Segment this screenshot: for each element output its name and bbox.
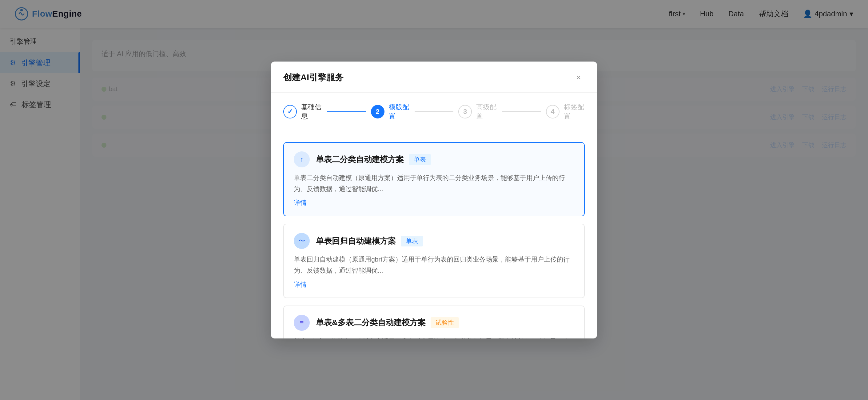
card-desc-1: 单表二分类自动建模（原通用方案）适用于单行为表的二分类业务场景，能够基于用户上传…	[294, 172, 574, 194]
card-title-3: 单表&多表二分类自动建模方案	[316, 317, 426, 328]
steps-container: ✓ 基础信息 2 模版配置 3 高级配置 4 标签配置	[271, 93, 597, 131]
card-badge-1: 单表	[409, 154, 431, 165]
card-detail-link-2[interactable]: 详情	[294, 280, 574, 289]
template-card-multi-binary[interactable]: ≡ 单表&多表二分类自动建模方案 试验性 单表&多表二分类自动建模方案适用于带有…	[283, 306, 585, 338]
card-header-1: ↑ 单表二分类自动建模方案 单表	[294, 151, 574, 167]
card-title-row-2: 单表回归自动建模方案 单表	[316, 236, 423, 246]
card-title-1: 单表二分类自动建模方案	[316, 154, 404, 165]
card-icon-2: 〜	[294, 233, 310, 249]
step-1: ✓ 基础信息	[283, 102, 322, 121]
step-4-label: 标签配置	[564, 102, 585, 121]
step-3-circle: 3	[458, 105, 472, 119]
card-header-3: ≡ 单表&多表二分类自动建模方案 试验性	[294, 315, 574, 331]
step-2-circle: 2	[371, 105, 384, 119]
step-connector-2	[414, 112, 454, 112]
modal-body: ↑ 单表二分类自动建模方案 单表 单表二分类自动建模（原通用方案）适用于单行为表…	[271, 131, 597, 338]
card-title-row-3: 单表&多表二分类自动建模方案 试验性	[316, 317, 459, 328]
step-1-circle: ✓	[283, 105, 297, 119]
step-1-label: 基础信息	[301, 102, 322, 121]
modal-overlay: 创建AI引擎服务 × ✓ 基础信息 2 模版配置 3 高级配置	[0, 0, 868, 400]
step-3-label: 高级配置	[476, 102, 497, 121]
card-icon-3: ≡	[294, 315, 310, 331]
template-card-single-regression[interactable]: 〜 单表回归自动建模方案 单表 单表回归自动建模（原通用gbrt方案）适用于单行…	[283, 224, 585, 298]
step-4-circle: 4	[546, 105, 559, 119]
step-connector-1	[327, 112, 366, 112]
template-card-single-binary[interactable]: ↑ 单表二分类自动建模方案 单表 单表二分类自动建模（原通用方案）适用于单行为表…	[283, 142, 585, 216]
card-desc-2: 单表回归自动建模（原通用gbrt方案）适用于单行为表的回归类业务场景，能够基于用…	[294, 254, 574, 276]
step-4: 4 标签配置	[546, 102, 585, 121]
step-2-label: 模版配置	[389, 102, 410, 121]
card-title-2: 单表回归自动建模方案	[316, 236, 396, 246]
step-2: 2 模版配置	[371, 102, 410, 121]
step-3: 3 高级配置	[458, 102, 497, 121]
card-badge-2: 单表	[401, 236, 423, 246]
card-detail-link-1[interactable]: 详情	[294, 198, 574, 207]
step-connector-3	[502, 112, 541, 112]
card-icon-1: ↑	[294, 151, 310, 167]
card-title-row-1: 单表二分类自动建模方案 单表	[316, 154, 431, 165]
modal-header: 创建AI引擎服务 ×	[271, 62, 597, 93]
card-header-2: 〜 单表回归自动建模方案 单表	[294, 233, 574, 249]
card-desc-3: 单表&多表二分类自动建模方案适用于带有时序属性的二分类业务场景，既支持单行为表场…	[294, 336, 574, 338]
card-badge-3: 试验性	[431, 317, 459, 328]
modal-close-button[interactable]: ×	[572, 71, 585, 84]
modal-dialog: 创建AI引擎服务 × ✓ 基础信息 2 模版配置 3 高级配置	[271, 62, 597, 338]
modal-title: 创建AI引擎服务	[283, 72, 344, 83]
